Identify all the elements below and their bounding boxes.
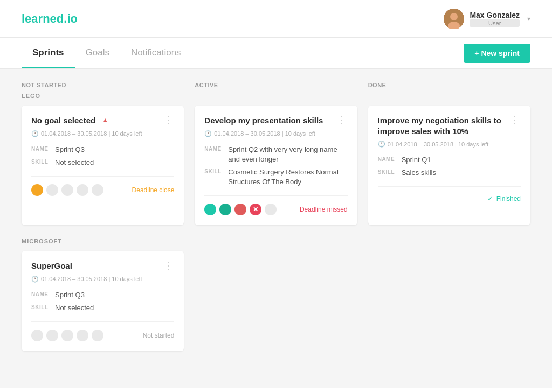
name-label: NAME (378, 156, 397, 162)
tab-notifications[interactable]: Notifications (120, 38, 192, 68)
dot-3 (61, 184, 73, 196)
card-header: Develop my presentation skills ⋮ (204, 115, 347, 126)
name-label: NAME (31, 146, 51, 152)
card-header: No goal selected ▲ ⋮ (31, 115, 174, 126)
dot-4 (77, 184, 88, 196)
card-skill-field: SKILL Sales skills (378, 168, 521, 178)
clock-icon: 🕐 (31, 130, 39, 137)
clock-icon: 🕐 (378, 141, 385, 148)
name-label: NAME (204, 146, 224, 152)
dot-3 (234, 204, 246, 215)
skill-label: SKILL (204, 169, 224, 174)
dot-5 (92, 184, 104, 196)
tab-goals[interactable]: Goals (75, 38, 120, 68)
new-sprint-button[interactable]: + New sprint (464, 44, 530, 63)
card-header: SuperGoal ⋮ (31, 261, 174, 271)
card-date: 🕐 01.04.2018 – 30.05.2018 | 10 days left (31, 130, 174, 137)
card-date: 🕐 01.04.2018 – 30.05.2018 | 10 days left (204, 130, 347, 137)
col-done: DONE (368, 82, 530, 88)
dot-2 (46, 184, 58, 196)
column-headers: NOT STARTED ACTIVE DONE (22, 82, 530, 88)
progress-dots (31, 330, 104, 341)
nav-tabs: Sprints Goals Notifications (22, 38, 192, 68)
dot-5 (265, 204, 277, 215)
card-name-field: NAME Sprint Q2 with very very long name … (204, 145, 347, 164)
card-name-field: NAME Sprint Q3 (31, 145, 174, 155)
group-label-microsoft: MICROSOFT (22, 238, 530, 244)
user-name: Max Gonzalez (470, 11, 520, 19)
card-menu-dots[interactable]: ⋮ (163, 261, 174, 270)
progress-dots: ✕ (204, 204, 277, 215)
skill-value: Cosmetic Surgery Restores Normal Structu… (228, 167, 347, 187)
name-value: Sprint Q3 (55, 290, 85, 300)
skill-label: SKILL (31, 304, 51, 310)
check-icon: ✓ (487, 194, 493, 202)
skill-label: SKILL (378, 169, 397, 175)
dot-5 (92, 330, 104, 341)
card-title: Improve my negotiation skills to improve… (378, 115, 510, 136)
card-header: Improve my negotiation skills to improve… (378, 115, 521, 136)
avatar-image (444, 9, 464, 29)
clock-icon: 🕐 (31, 276, 39, 283)
dot-4 (77, 330, 88, 341)
status-label: Deadline close (132, 186, 175, 194)
card-skill-field: SKILL Not selected (31, 158, 174, 167)
clock-icon: 🕐 (204, 130, 212, 137)
dot-4: ✕ (250, 204, 261, 215)
card-date: 🕐 01.04.2018 – 30.05.2018 | 10 days left (31, 276, 174, 283)
dot-1 (31, 330, 43, 341)
group-label-lego: LEGO (22, 93, 530, 99)
card-supergoal: SuperGoal ⋮ 🕐 01.04.2018 – 30.05.2018 | … (22, 251, 184, 351)
card-menu-dots[interactable]: ⋮ (163, 115, 174, 125)
header: learned.io Max Gonzalez User ▾ (0, 0, 552, 38)
card-name-field: NAME Sprint Q3 (31, 290, 174, 300)
avatar (444, 9, 464, 29)
microsoft-cards-grid: SuperGoal ⋮ 🕐 01.04.2018 – 30.05.2018 | … (22, 251, 530, 351)
card-date: 🕐 01.04.2018 – 30.05.2018 | 10 days left (378, 141, 521, 148)
col-not-started: NOT STARTED (22, 82, 184, 88)
card-footer: Not started (31, 321, 174, 341)
lego-cards-grid: No goal selected ▲ ⋮ 🕐 01.04.2018 – 30.0… (22, 106, 530, 225)
skill-label: SKILL (31, 159, 51, 165)
dot-1 (204, 204, 216, 215)
chevron-down-icon: ▾ (527, 15, 530, 23)
card-name-field: NAME Sprint Q1 (378, 155, 521, 165)
user-menu[interactable]: Max Gonzalez User ▾ (444, 9, 530, 29)
logo-text: learned. (22, 12, 67, 25)
logo-suffix: io (67, 12, 78, 25)
warning-icon: ▲ (102, 116, 108, 125)
card-title: No goal selected ▲ (31, 115, 117, 126)
logo: learned.io (22, 12, 78, 26)
svg-point-1 (450, 13, 458, 20)
progress-dots (31, 184, 104, 196)
card-footer: ✕ Deadline missed (204, 195, 347, 215)
empty-col-2 (195, 251, 357, 351)
card-skill-field: SKILL Cosmetic Surgery Restores Normal S… (204, 167, 347, 187)
dot-1 (31, 184, 43, 196)
card-menu-dots[interactable]: ⋮ (337, 115, 348, 125)
empty-col-3 (368, 251, 530, 351)
nav-bar: Sprints Goals Notifications + New sprint (0, 38, 552, 69)
card-no-goal: No goal selected ▲ ⋮ 🕐 01.04.2018 – 30.0… (22, 106, 184, 225)
col-active: ACTIVE (195, 82, 357, 88)
name-value: Sprint Q3 (55, 145, 85, 155)
dot-3 (61, 330, 73, 341)
skill-value: Not selected (55, 158, 94, 167)
name-value: Sprint Q1 (402, 155, 431, 165)
card-footer: Deadline close (31, 176, 174, 196)
card-negotiation: Improve my negotiation skills to improve… (368, 106, 530, 225)
main-content: NOT STARTED ACTIVE DONE LEGO No goal sel… (0, 69, 552, 377)
card-title: SuperGoal (31, 261, 81, 271)
user-info: Max Gonzalez User (470, 11, 520, 27)
status-label: Not started (143, 332, 175, 339)
name-value: Sprint Q2 with very very long name and e… (228, 145, 347, 164)
microsoft-section: MICROSOFT SuperGoal ⋮ 🕐 01.04.2018 – 30.… (22, 238, 530, 351)
skill-value: Not selected (55, 303, 94, 313)
dot-2 (219, 204, 231, 215)
footer: Helpcentrum Over ons Blog Pers Vacatures… (0, 388, 552, 392)
tab-sprints[interactable]: Sprints (22, 38, 75, 68)
card-menu-dots[interactable]: ⋮ (510, 115, 521, 125)
dot-2 (46, 330, 58, 341)
card-presentation: Develop my presentation skills ⋮ 🕐 01.04… (195, 106, 357, 225)
finished-label: Finished (496, 195, 521, 202)
